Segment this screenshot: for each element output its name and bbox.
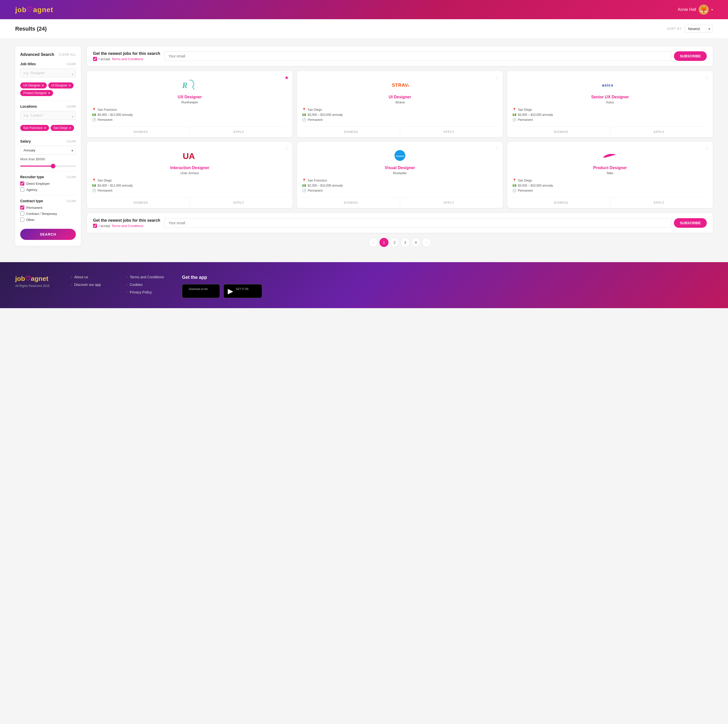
salary-clear-button[interactable]: CLEAR	[66, 140, 76, 143]
sidebar-header: Advanced Search CLEAR ALL	[20, 52, 76, 57]
contract-temporary-checkbox[interactable]	[20, 211, 24, 216]
subscribe-accept-checkbox-bottom[interactable]	[93, 224, 97, 228]
type-icon: 🕐	[512, 118, 517, 122]
apply-button-runkeeper[interactable]: APPLY	[190, 127, 288, 137]
dismiss-button-underarmour[interactable]: DISMISS	[92, 197, 190, 208]
salary-type-select[interactable]: Annualy Monthly Daily Hourly	[20, 146, 76, 155]
job-location-runtastic: 📍 San Francisco	[302, 179, 497, 182]
location-icon: 📍	[92, 108, 96, 112]
appstore-badge[interactable]: Download on the App Store	[182, 284, 220, 298]
dismiss-button-runtastic[interactable]: DISMISS	[302, 197, 400, 208]
footer-logo-area: job♡agnet All Rights Reserved 2018	[15, 275, 56, 288]
user-area[interactable]: Annie Hall 🦊 ▾	[678, 5, 713, 15]
footer-app-title: Get the app	[182, 275, 713, 280]
star-icon-runtastic[interactable]: ☆	[495, 145, 499, 152]
job-titles-select[interactable]: e.g. "Designer"	[20, 69, 76, 77]
footer-link-discover[interactable]: Discover our app	[71, 282, 111, 287]
locations-label: Locations	[20, 104, 37, 109]
star-icon-strava[interactable]: ☆	[495, 75, 499, 81]
recruiter-direct-employer[interactable]: Direct Employer	[20, 182, 76, 185]
subscribe-title-bottom: Get the newest jobs for this search	[93, 218, 160, 223]
email-input-top[interactable]	[164, 51, 671, 61]
subscribe-box-top: Get the newest jobs for this search I ac…	[87, 46, 713, 66]
locations-select[interactable]: e.g. "London"	[20, 111, 76, 120]
footer-link-about[interactable]: About us	[71, 275, 111, 279]
prev-page-button[interactable]: ‹	[369, 238, 378, 247]
next-page-button[interactable]: ›	[422, 238, 431, 247]
tag-ux-designer[interactable]: UX Designer ✕	[20, 83, 47, 89]
tag-ui-designer[interactable]: UI Designer ✕	[48, 83, 73, 89]
footer-links-col1: About us Discover our app	[71, 275, 111, 290]
salary-slider[interactable]	[20, 165, 76, 167]
star-icon-asics[interactable]: ☆	[705, 75, 709, 81]
terms-link-bottom[interactable]: Terms and Conditions	[112, 224, 144, 228]
page-button-4[interactable]: 4	[411, 238, 421, 247]
locations-clear-button[interactable]: CLEAR	[66, 105, 76, 108]
page-button-3[interactable]: 3	[401, 238, 410, 247]
subscribe-left-top: Get the newest jobs for this search I ac…	[93, 51, 160, 61]
star-icon-underarmour[interactable]: ☆	[284, 145, 289, 152]
strava-logo-area: STRAVA	[302, 77, 497, 92]
tag-san-diego[interactable]: San Diego ✕	[50, 125, 74, 131]
dismiss-button-runkeeper[interactable]: DISMISS	[92, 127, 190, 137]
page-button-1[interactable]: 1	[379, 238, 388, 247]
email-input-bottom[interactable]	[164, 218, 671, 228]
chevron-down-icon[interactable]: ▾	[711, 8, 713, 11]
apply-button-runtastic[interactable]: APPLY	[400, 197, 498, 208]
sort-select[interactable]: Newest Oldest Salary Relevance	[685, 25, 713, 33]
subscribe-button-top[interactable]: SUBSCRIBE	[674, 51, 707, 61]
footer-copyright: All Rights Reserved 2018	[15, 284, 56, 288]
remove-product-designer-icon[interactable]: ✕	[48, 92, 50, 95]
recruiter-direct-employer-checkbox[interactable]	[20, 182, 24, 185]
recruiter-type-clear-button[interactable]: CLEAR	[66, 175, 76, 179]
contract-type-clear-button[interactable]: CLEAR	[66, 199, 76, 202]
recruiter-agency[interactable]: Agency	[20, 188, 76, 191]
remove-ux-designer-icon[interactable]: ✕	[42, 84, 44, 87]
subscribe-button-bottom[interactable]: SUBSCRIBE	[674, 218, 707, 228]
star-icon-nike[interactable]: ☆	[705, 145, 709, 152]
tag-san-francisco[interactable]: San Francisco ✕	[20, 125, 49, 131]
dismiss-button-nike[interactable]: DISMISS	[512, 197, 610, 208]
contract-temporary[interactable]: Contract / Temporary	[20, 211, 76, 216]
contract-permanent-checkbox[interactable]	[20, 205, 24, 210]
runkeeper-logo-area: R	[92, 77, 288, 92]
type-icon: 🕐	[92, 188, 96, 192]
googleplay-badge[interactable]: ▶ GET IT ON Google Play	[223, 284, 262, 298]
footer-link-terms[interactable]: Terms and Conditions	[126, 275, 167, 279]
remove-ui-designer-icon[interactable]: ✕	[69, 84, 70, 87]
tag-product-designer[interactable]: Product Designer ✕	[20, 90, 53, 96]
job-company-nike: Nike	[512, 171, 708, 175]
contract-permanent[interactable]: Permanent	[20, 205, 76, 210]
apply-button-strava[interactable]: APPLY	[400, 127, 498, 137]
search-button[interactable]: SEARCH	[20, 229, 76, 240]
contract-other-checkbox[interactable]	[20, 218, 24, 222]
type-icon: 🕐	[302, 188, 306, 192]
terms-link-top[interactable]: Terms and Conditions	[112, 57, 144, 61]
remove-san-francisco-icon[interactable]: ✕	[44, 127, 46, 129]
page-button-2[interactable]: 2	[390, 238, 399, 247]
jobs-grid: ★ R UX Designer RunKeeper 📍 San Francisc…	[87, 71, 713, 208]
job-titles-clear-button[interactable]: CLEAR	[66, 63, 76, 66]
job-location-asics: 📍 San Diego	[512, 108, 708, 112]
remove-san-diego-icon[interactable]: ✕	[69, 127, 71, 129]
apply-button-underarmour[interactable]: APPLY	[190, 197, 288, 208]
job-salary-strava: 💵 $3,000 – $10,000 annualy	[302, 113, 497, 116]
sort-area: SORT BY Newest Oldest Salary Relevance	[667, 25, 713, 33]
underarmour-logo: UA	[181, 149, 199, 162]
dismiss-button-asics[interactable]: DISMISS	[512, 127, 610, 137]
clear-all-button[interactable]: CLEAR ALL	[58, 53, 76, 57]
job-title-strava: UI Designer	[302, 95, 497, 99]
recruiter-agency-checkbox[interactable]	[20, 188, 24, 191]
subscribe-accept-checkbox-top[interactable]	[93, 57, 97, 61]
footer-link-cookies[interactable]: Cookies	[126, 282, 167, 287]
contract-other[interactable]: Other	[20, 218, 76, 222]
footer-link-privacy[interactable]: Privacy Policy	[126, 290, 167, 294]
salary-type-wrapper: Annualy Monthly Daily Hourly	[20, 146, 76, 155]
salary-icon: 💵	[302, 184, 306, 187]
apply-button-nike[interactable]: APPLY	[610, 197, 708, 208]
apply-button-asics[interactable]: APPLY	[610, 127, 708, 137]
salary-more-text: More than $5000	[20, 157, 76, 161]
star-icon-runkeeper[interactable]: ★	[284, 75, 289, 81]
job-location-strava: 📍 San Diego	[302, 108, 497, 112]
dismiss-button-strava[interactable]: DISMISS	[302, 127, 400, 137]
